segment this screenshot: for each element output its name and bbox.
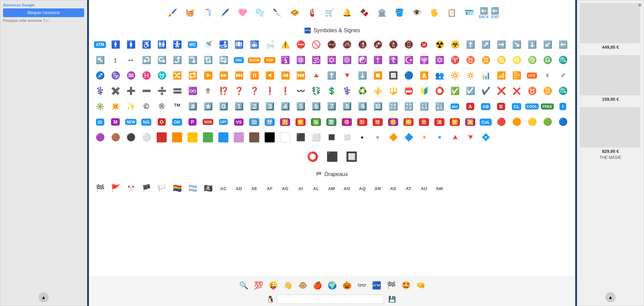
emoji-check[interactable]: ✔️	[478, 83, 493, 99]
emoji-orange-diamond-large[interactable]: 🔶	[385, 130, 401, 145]
emoji-up-right-curved[interactable]: ⤴️	[169, 52, 185, 68]
emoji-ja-open[interactable]: 🈺	[447, 114, 463, 130]
emoji-asterisk-keycap[interactable]: *️⃣	[200, 99, 216, 114]
emoji-up-arrow[interactable]: ⬆️	[463, 37, 478, 52]
emoji-play[interactable]: ▶️	[200, 68, 216, 83]
emoji-nine-keycap[interactable]: 9️⃣	[355, 99, 370, 114]
emoji-four-keycap[interactable]: 4️⃣	[277, 99, 293, 114]
emoji-multiply[interactable]: ✖️	[108, 83, 123, 99]
emoji-input-numbers[interactable]: 🔢	[416, 99, 432, 114]
emoji-infinity[interactable]: ♾️	[185, 83, 200, 99]
toolbar-toilet-paper-icon[interactable]: 🧻	[200, 5, 215, 20]
emoji-green-sq[interactable]	[200, 130, 216, 145]
emoji-place-worship[interactable]: 🛐	[277, 52, 293, 68]
emoji-medical[interactable]: ⚕️	[92, 83, 108, 99]
emoji-diamond-blue[interactable]: 💠	[478, 130, 493, 145]
toolbar-knife-icon[interactable]: 🔪	[270, 5, 285, 20]
emoji-flag-at[interactable]: AT	[401, 181, 416, 196]
emoji-cancer[interactable]: ♋	[493, 52, 509, 68]
emoji-recycle[interactable]: ♻️	[355, 83, 370, 99]
emoji-seven-keycap[interactable]: 7️⃣	[324, 99, 339, 114]
emoji-black-circle[interactable]: ⚫	[123, 130, 139, 145]
toolbar-basket-icon[interactable]: 🧺	[182, 5, 198, 20]
emoji-bar-chart[interactable]: 📊	[478, 68, 493, 83]
emoji-ja-sale[interactable]: 🈹	[355, 114, 370, 130]
emoji-right-hook[interactable]: ↪️	[154, 52, 169, 68]
emoji-six-keycap[interactable]: 6️⃣	[308, 99, 324, 114]
emoji-right-arrow[interactable]: ➡️	[493, 37, 509, 52]
emoji-red-sq[interactable]	[154, 130, 169, 145]
back-nav-button[interactable]: ⬅️ BACK	[479, 7, 489, 19]
emoji-flag-am[interactable]: AM	[324, 181, 339, 196]
emoji-womens[interactable]: 🚺	[123, 37, 139, 52]
emoji-dollar[interactable]: 💲	[324, 83, 339, 99]
emoji-cool-btn[interactable]: COOL	[524, 99, 540, 114]
emoji-red-question[interactable]: ❓	[231, 83, 247, 99]
emoji-down-small[interactable]: ⬇️	[355, 68, 370, 83]
emoji-star-david[interactable]: ✡️	[324, 52, 339, 68]
emoji-blue-circle2[interactable]: 🔵	[555, 114, 571, 130]
emoji-white-sq2[interactable]: ⬜	[308, 130, 324, 145]
toolbar-eye-icon[interactable]: 👁️	[409, 5, 425, 20]
emoji-clockwise[interactable]: 🔃	[200, 52, 216, 68]
emoji-vibration[interactable]: OFF	[524, 68, 540, 83]
emoji-free-btn[interactable]: FREE	[540, 99, 555, 114]
emoji-flag-white[interactable]: 🏳️	[154, 181, 169, 196]
emoji-abc[interactable]: abc	[447, 99, 463, 114]
emoji-black-sq[interactable]	[262, 130, 277, 145]
emoji-ja-prohibited[interactable]: 🈲	[370, 114, 385, 130]
emoji-wavy[interactable]: 〰️	[293, 83, 308, 99]
emoji-ja-yubi[interactable]: 🈯	[308, 114, 324, 130]
emoji-mobile-off[interactable]: 📴	[509, 68, 524, 83]
emoji-wc[interactable]: WC	[185, 37, 200, 52]
emoji-flag-af[interactable]: AF	[262, 181, 277, 196]
emoji-no-bikes[interactable]: 🚳	[339, 37, 355, 52]
emoji-fast-forward[interactable]: ⏩	[216, 68, 231, 83]
emoji-taurus[interactable]: ♉	[463, 52, 478, 68]
emoji-cl-btn[interactable]: CL	[509, 99, 524, 114]
emoji-ja-apply[interactable]: 🈸	[401, 114, 416, 130]
emoji-soon[interactable]: SOON	[247, 52, 262, 68]
emoji-taurus2[interactable]: ♉	[524, 83, 540, 99]
emoji-updown-arrow[interactable]: ↕️	[108, 52, 123, 68]
toolbar-brush-icon[interactable]: 🖌️	[165, 5, 180, 20]
why-ad-link[interactable]: Pourquoi cette annonce ? ▷	[3, 18, 84, 23]
emoji-wheelchair[interactable]: ♿	[139, 37, 154, 52]
emoji-registered[interactable]: ®️	[154, 99, 169, 114]
emoji-sw-arrow[interactable]: ↙️	[540, 37, 555, 52]
emoji-flag-ag[interactable]: AG	[277, 181, 293, 196]
emoji-flag-red[interactable]: 🚩	[108, 181, 123, 196]
emoji-three-keycap[interactable]: 3️⃣	[262, 99, 277, 114]
emoji-black-large-sq[interactable]: ⬛	[323, 148, 341, 165]
emoji-repeat[interactable]: 🔁	[185, 68, 200, 83]
block-ad-button[interactable]: Bloquer l'annonce	[3, 8, 84, 17]
toolbar-bubbles-icon[interactable]: 🫧	[252, 5, 268, 20]
emoji-equals[interactable]: 🟰	[169, 83, 185, 99]
emoji-flag-ao[interactable]: AO	[339, 181, 355, 196]
emoji-next-track[interactable]: ⏭️	[231, 68, 247, 83]
emoji-red-circle[interactable]: 🔴	[493, 114, 509, 130]
emoji-ja-together[interactable]: 🈴	[416, 114, 432, 130]
emoji-white-check[interactable]: ✅	[447, 83, 463, 99]
emoji-question[interactable]: ❓	[247, 83, 262, 99]
emoji-atom[interactable]: ⚛️	[293, 52, 308, 68]
emoji-b-btn[interactable]: B	[493, 99, 509, 114]
emoji-sagittarius[interactable]: ♐	[92, 68, 108, 83]
emoji-white-exclaim[interactable]: ❗	[262, 83, 277, 99]
bottom-icon-magnifier[interactable]: 🔍	[237, 279, 250, 292]
emoji-orthodox-cross[interactable]: ☦️	[385, 52, 401, 68]
right-ad-close-button[interactable]: ✕	[638, 2, 642, 8]
emoji-red-triangle-down[interactable]: 🔻	[463, 130, 478, 145]
emoji-flag-ai[interactable]: AI	[293, 181, 308, 196]
emoji-orange-sq[interactable]	[169, 130, 185, 145]
emoji-input-symbols[interactable]: 🔣	[432, 99, 447, 114]
emoji-pisces[interactable]: ♓	[139, 68, 154, 83]
emoji-up-btn2[interactable]: UP!	[216, 114, 231, 130]
emoji-copyright[interactable]: ©️	[139, 99, 154, 114]
emoji-reverse[interactable]: ◀️	[262, 68, 277, 83]
bottom-icon-apple[interactable]: 🍎	[311, 279, 324, 292]
save-button[interactable]: 💾	[386, 294, 398, 304]
emoji-dotted-star[interactable]: 🔯	[432, 52, 447, 68]
bottom-icon-globe[interactable]: 🌍	[325, 279, 339, 292]
emoji-no-smoking[interactable]: 🚭	[324, 37, 339, 52]
